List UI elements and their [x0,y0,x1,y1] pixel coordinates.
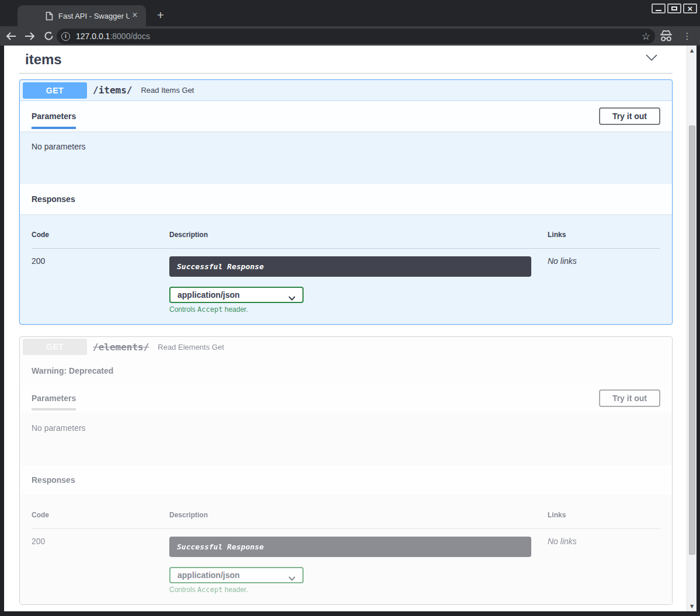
browser-titlebar: Fast API - Swagger UI × + × [0,0,700,26]
url-host: 127.0.0.1 [76,32,110,41]
maximize-icon [671,6,677,11]
accept-note: Controls Accept header. [169,586,548,594]
tab-close-icon[interactable]: × [130,11,140,21]
new-tab-button[interactable]: + [153,8,168,23]
url-bar[interactable]: i 127.0.0.1:8000/docs ☆ [57,29,655,44]
scrollbar-thumb[interactable] [689,126,695,555]
parameters-header: Parameters Try it out [20,101,672,131]
col-header-description: Description [169,231,548,239]
bookmark-star-icon[interactable]: ☆ [642,32,650,41]
back-button[interactable] [4,29,19,44]
browser-tab[interactable]: Fast API - Swagger UI × [18,5,146,26]
media-type-value: application/json [177,570,240,580]
scroll-down-icon[interactable]: ▼ [687,604,696,609]
browser-menu-button[interactable]: ⋮ [682,29,692,44]
deprecated-warning: Warning: Deprecated [20,357,672,384]
responses-header: Responses [20,465,672,495]
accept-note-pre: Controls [169,586,197,594]
forward-button[interactable] [22,29,37,44]
close-icon: × [684,5,696,12]
endpoint-path: /items/ [93,85,132,96]
accept-note-post: header. [222,586,248,594]
opblock-get-elements-deprecated: GET /elements/ Read Elements Get Warning… [19,336,673,605]
accept-note-post: header. [222,305,248,314]
incognito-indicator[interactable] [659,29,674,44]
scroll-up-icon[interactable]: ▲ [687,48,696,53]
try-it-out-button[interactable]: Try it out [599,107,660,125]
try-it-out-button[interactable]: Try it out [599,389,660,407]
tab-title: Fast API - Swagger UI [58,12,130,20]
reload-icon [44,31,54,41]
browser-window: Fast API - Swagger UI × + × i 127.0.0.1:… [0,0,700,616]
incognito-icon [659,29,674,44]
accept-note: Controls Accept header. [169,305,548,314]
reload-button[interactable] [41,29,56,44]
responses-table-head: Code Description Links [32,506,660,529]
media-type-value: application/json [177,290,240,300]
back-icon [6,32,16,41]
response-description: Successful Response [169,537,531,557]
responses-table: Code Description Links 200 Successful Re… [32,506,660,594]
media-type-select[interactable]: application/json [169,287,304,303]
site-info-icon[interactable]: i [61,32,70,41]
endpoint-summary: Read Elements Get [158,343,224,351]
col-header-links: Links [548,511,660,519]
no-parameters-text: No parameters [32,423,86,433]
browser-toolbar: i 127.0.0.1:8000/docs ☆ ⋮ [0,26,700,46]
media-type-select[interactable]: application/json [169,567,304,583]
accept-note-code: Accept [197,305,222,314]
maximize-button[interactable] [667,4,681,13]
opblock-summary[interactable]: GET /elements/ Read Elements Get [20,337,672,357]
collapse-chevron-icon[interactable] [645,54,658,64]
response-code: 200 [32,537,169,594]
page-favicon-icon [46,12,53,20]
responses-label: Responses [32,475,75,485]
accept-note-code: Accept [197,586,222,594]
responses-header: Responses [20,184,672,214]
col-header-code: Code [32,231,169,239]
responses-table-head: Code Description Links [32,226,660,249]
opblock-get-items: GET /items/ Read Items Get Parameters Tr… [19,79,673,325]
response-row: 200 Successful Response application/json… [32,249,660,314]
parameters-header: Parameters Try it out [20,384,672,413]
tab-parameters: Parameters [32,384,76,413]
endpoint-path: /elements/ [93,342,149,353]
method-badge: GET [23,339,87,355]
opblock-summary[interactable]: GET /items/ Read Items Get [20,80,672,101]
response-description-cell: Successful Response application/json Con… [169,256,548,314]
no-parameters-text: No parameters [32,142,86,151]
tag-section-header[interactable]: items [19,46,673,74]
response-links: No links [548,537,660,594]
tab-parameters: Parameters [32,101,76,131]
select-chevron-icon [288,293,295,302]
responses-label: Responses [32,194,75,204]
response-links: No links [548,256,660,314]
tag-title: items [25,51,62,67]
select-chevron-icon [288,573,295,583]
window-controls: × [652,4,697,13]
responses-body: Code Description Links 200 Successful Re… [20,214,672,324]
endpoint-summary: Read Items Get [141,86,194,95]
col-header-description: Description [169,511,548,519]
response-code: 200 [32,256,169,314]
url-path: :8000/docs [110,32,150,41]
col-header-code: Code [32,511,169,519]
responses-table: Code Description Links 200 Successful Re… [32,226,660,314]
minimize-button[interactable] [652,4,666,13]
forward-icon [25,32,35,41]
minimize-icon [656,10,661,11]
page-content: items GET /items/ Read Items Get Paramet… [4,46,687,611]
accept-note-pre: Controls [169,305,197,314]
page-scrollbar[interactable]: ▲ ▼ [687,46,696,611]
parameters-body: No parameters [20,413,672,465]
close-button[interactable]: × [683,4,697,13]
response-description: Successful Response [169,256,531,277]
response-description-cell: Successful Response application/json Con… [169,537,548,594]
responses-body: Code Description Links 200 Successful Re… [20,495,672,604]
response-row: 200 Successful Response application/json… [32,529,660,594]
method-badge: GET [23,82,87,99]
parameters-body: No parameters [20,131,672,184]
col-header-links: Links [548,231,660,239]
